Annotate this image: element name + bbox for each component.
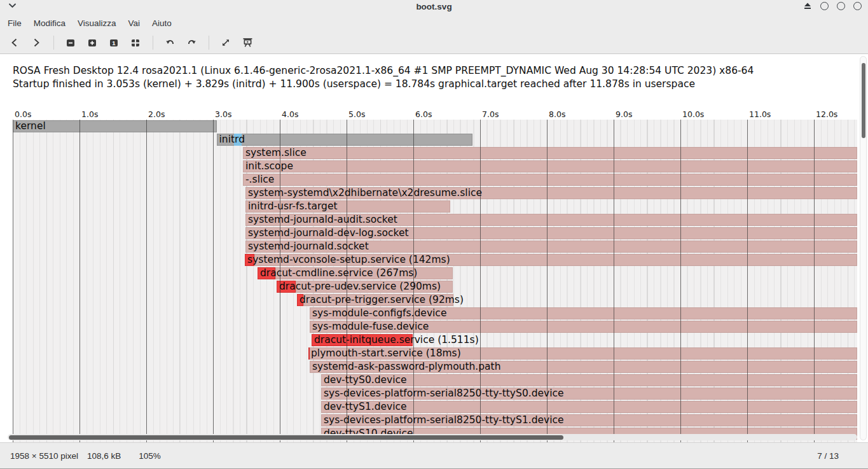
major-gridline	[79, 120, 80, 442]
axis-tick-label: 11.0s	[749, 109, 771, 119]
go-previous-button[interactable]	[6, 34, 23, 51]
toolbar-separator	[153, 36, 153, 50]
go-next-button[interactable]	[28, 34, 45, 51]
go-next-icon	[31, 38, 41, 48]
major-gridline	[614, 120, 614, 442]
bar-row: initrd-usr-fs.target	[13, 200, 857, 213]
menubar: FileModificaVisualizzaVaiAiuto	[0, 15, 868, 31]
menu-item-file[interactable]: File	[6, 17, 23, 29]
bar-segment-active	[243, 174, 857, 186]
bar-row: init.scope	[13, 160, 857, 172]
eject-icon[interactable]	[803, 2, 812, 10]
rotate-right-button[interactable]	[183, 34, 200, 51]
bar-label: initrd	[219, 134, 245, 146]
bar-row: dracut-cmdline.service (267ms)	[13, 267, 857, 279]
zoom-fit-button[interactable]	[127, 34, 144, 51]
zoom-original-button[interactable]: 1	[106, 34, 122, 51]
bar-row: systemd-journald.socket	[13, 241, 857, 253]
bar-label: dev-ttyS0.device	[324, 374, 407, 386]
bar-label: sys-module-configfs.device	[312, 307, 446, 319]
menu-item-modifica[interactable]: Modifica	[32, 17, 67, 29]
axis-tick-label: 9.0s	[616, 109, 632, 119]
toolbar: 1	[0, 31, 868, 54]
bar-label: sys-module-fuse.device	[312, 321, 429, 333]
boot-chart-title-line1: ROSA Fresh Desktop 12.4 rosa2021.1 (Linu…	[13, 64, 754, 78]
titlebar: boot.svg	[0, 0, 868, 15]
menu-item-vai[interactable]: Vai	[127, 17, 142, 29]
bar-row: systemd-vconsole-setup.service (142ms)	[13, 254, 857, 266]
bar-label: systemd-journald-dev-log.socket	[248, 227, 409, 239]
svg-text:1: 1	[112, 39, 116, 46]
major-gridline	[213, 120, 214, 442]
axis-tick-label: 5.0s	[348, 109, 365, 119]
bar-label: -.slice	[245, 174, 274, 186]
close-button[interactable]	[853, 2, 862, 10]
bar-label: system.slice	[245, 147, 307, 159]
fullscreen-button[interactable]	[217, 34, 234, 51]
menu-item-visualizza[interactable]: Visualizza	[76, 17, 118, 29]
bar-label: dracut-initqueue.service (1.511s)	[314, 334, 479, 346]
bar-row: sys-devices-platform-serial8250-tty-ttyS…	[13, 414, 857, 426]
minimize-button[interactable]	[820, 2, 829, 10]
bar-row: system.slice	[13, 147, 857, 159]
zoom-out-icon	[65, 38, 76, 48]
bar-label: sys-devices-platform-serial8250-tty-ttyS…	[324, 414, 564, 426]
zoom-original-icon: 1	[109, 38, 119, 48]
major-gridline	[680, 120, 681, 442]
bar-label: systemd-ask-password-plymouth.path	[312, 361, 501, 373]
major-gridline	[146, 120, 147, 442]
bar-row: kernel	[13, 120, 857, 132]
rotate-left-button[interactable]	[162, 34, 178, 51]
bar-label: dracut-pre-trigger.service (92ms)	[300, 294, 464, 306]
image-viewport[interactable]: ROSA Fresh Desktop 12.4 rosa2021.1 (Linu…	[0, 54, 868, 442]
bar-label: kernel	[15, 120, 46, 132]
page-indicator: 7 / 13	[817, 451, 839, 461]
bar-segment-active	[243, 160, 857, 172]
bar-label: system-systemd\x2dhibernate\x2dresume.sl…	[248, 187, 482, 199]
image-viewer-window: boot.svg FileModificaVisualizzaVaiAiuto …	[0, 0, 868, 469]
toolbar-separator	[209, 36, 209, 50]
window-title: boot.svg	[0, 2, 868, 11]
vertical-scrollbar[interactable]	[860, 56, 867, 440]
bar-label: systemd-journald.socket	[248, 241, 369, 253]
bar-row: system-systemd\x2dhibernate\x2dresume.sl…	[13, 187, 857, 199]
bar-row: sys-module-fuse.device	[13, 321, 857, 333]
go-previous-icon	[10, 38, 20, 48]
bar-segment-kernel	[217, 134, 472, 146]
bar-row: systemd-ask-password-plymouth.path	[13, 361, 857, 373]
bar-row: dracut-pre-trigger.service (92ms)	[13, 294, 857, 306]
zoom-in-button[interactable]	[84, 34, 100, 51]
bar-row: systemd-journald-dev-log.socket	[13, 227, 857, 239]
bar-row: -.slice	[13, 174, 857, 186]
horizontal-scrollbar[interactable]	[8, 434, 857, 440]
bar-row: dev-ttyS1.device	[13, 401, 857, 413]
toolbar-separator	[53, 36, 54, 50]
bar-segment-active	[243, 147, 857, 159]
fullscreen-icon	[221, 38, 231, 48]
bar-row: plymouth-start.service (18ms)	[13, 347, 857, 360]
rotate-left-icon	[165, 37, 176, 48]
axis-tick-label: 7.0s	[482, 109, 499, 119]
time-axis: 0.0s1.0s2.0s3.0s4.0s5.0s6.0s7.0s8.0s9.0s…	[0, 109, 868, 120]
axis-tick-label: 12.0s	[816, 109, 837, 119]
bar-row: sys-module-configfs.device	[13, 307, 857, 319]
maximize-button[interactable]	[837, 2, 845, 10]
major-gridline	[814, 120, 815, 442]
axis-tick-label: 4.0s	[282, 109, 298, 119]
menu-item-aiuto[interactable]: Aiuto	[151, 17, 173, 29]
bar-row: dev-ttyS0.device	[13, 374, 857, 386]
vertical-scrollbar-thumb[interactable]	[862, 63, 865, 138]
horizontal-scrollbar-thumb[interactable]	[9, 435, 563, 440]
bar-row: dracut-pre-udev.service (290ms)	[13, 281, 857, 293]
major-gridline	[13, 120, 13, 442]
image-dimensions: 1958 × 5510 pixel	[10, 451, 78, 461]
bar-label: dracut-cmdline.service (267ms)	[260, 267, 417, 279]
slideshow-button[interactable]	[239, 34, 256, 51]
plot-area: kernelinitrdsystem.sliceinit.scope-.slic…	[13, 120, 857, 442]
zoom-out-button[interactable]	[62, 34, 79, 51]
bar-label: systemd-journald-audit.socket	[248, 214, 397, 226]
axis-tick-label: 2.0s	[148, 109, 165, 119]
boot-chart-header: ROSA Fresh Desktop 12.4 rosa2021.1 (Linu…	[13, 64, 754, 91]
bar-row: sys-devices-platform-serial8250-tty-ttyS…	[13, 388, 857, 400]
statusbar: 1958 × 5510 pixel 108,6 kB 105% 7 / 13	[0, 442, 868, 469]
